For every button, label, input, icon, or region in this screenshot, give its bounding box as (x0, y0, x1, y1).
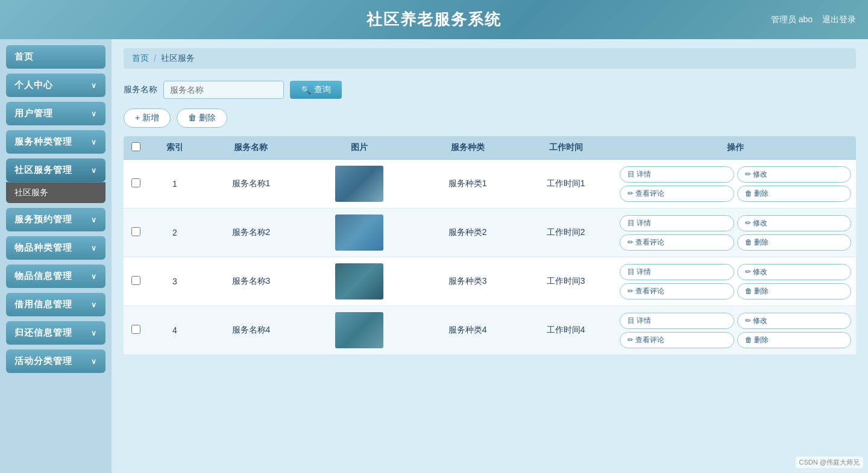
header-user-area: 管理员 abo 退出登录 (771, 14, 856, 25)
detail-button[interactable]: 目 详情 (620, 215, 734, 231)
sidebar-item-booking[interactable]: 服务预约管理 ∨ (6, 208, 105, 231)
review-button[interactable]: ✏ 查看评论 (620, 283, 734, 299)
table-row: 4 服务名称4 服务种类4 工作时间4 目 详情 ✏ 修改 ✏ 查看评论 🗑 删… (124, 306, 856, 355)
username-label: 管理员 abo (771, 14, 813, 25)
sidebar-user-mgmt-button[interactable]: 用户管理 ∨ (6, 102, 105, 125)
sidebar-submenu-community-service[interactable]: 社区服务 (6, 183, 105, 203)
row-index: 1 (148, 160, 202, 208)
service-image (335, 263, 383, 299)
sidebar-item-service-type[interactable]: 服务种类管理 ∨ (6, 130, 105, 154)
row-delete-button[interactable]: 🗑 删除 (737, 332, 851, 348)
chevron-down-icon: ∨ (91, 110, 97, 118)
row-actions: 目 详情 ✏ 修改 ✏ 查看评论 🗑 删除 (620, 313, 851, 348)
row-time: 工作时间1 (517, 160, 615, 208)
sidebar-item-goods-info[interactable]: 物品信息管理 ∨ (6, 265, 105, 288)
sidebar-home-button[interactable]: 首页 (6, 45, 105, 69)
row-index: 3 (148, 257, 202, 306)
chevron-down-icon: ∨ (91, 357, 97, 366)
sidebar-activity-type-button[interactable]: 活动分类管理 ∨ (6, 349, 105, 373)
col-name: 服务名称 (202, 136, 300, 160)
chevron-down-icon: ∨ (91, 216, 97, 224)
row-image-cell (300, 208, 418, 257)
sidebar-item-goods-type[interactable]: 物品种类管理 ∨ (6, 236, 105, 260)
search-button[interactable]: 🔍 查询 (290, 81, 342, 99)
sidebar: 首页 个人中心 ∨ 用户管理 ∨ 服务种类管理 ∨ 社区服务管理 ∨ (0, 39, 112, 473)
row-actions: 目 详情 ✏ 修改 ✏ 查看评论 🗑 删除 (620, 166, 851, 202)
row-checkbox-cell (124, 208, 148, 257)
row-delete-button[interactable]: 🗑 删除 (737, 283, 851, 299)
chevron-down-icon: ∨ (91, 301, 97, 309)
row-actions-cell: 目 详情 ✏ 修改 ✏ 查看评论 🗑 删除 (615, 306, 856, 355)
sidebar-return-info-button[interactable]: 归还信息管理 ∨ (6, 321, 105, 345)
breadcrumb-home[interactable]: 首页 (132, 53, 149, 64)
sidebar-booking-button[interactable]: 服务预约管理 ∨ (6, 208, 105, 231)
row-type: 服务种类4 (418, 306, 517, 355)
service-image (335, 166, 383, 202)
search-icon: 🔍 (301, 85, 311, 95)
row-checkbox[interactable] (131, 227, 140, 236)
row-time: 工作时间4 (517, 306, 615, 355)
review-button[interactable]: ✏ 查看评论 (620, 234, 734, 251)
row-name: 服务名称4 (202, 306, 300, 355)
search-label: 服务名称 (124, 84, 157, 95)
search-bar: 服务名称 🔍 查询 (124, 81, 856, 99)
detail-button[interactable]: 目 详情 (620, 166, 734, 183)
chevron-down-icon: ∨ (91, 244, 97, 252)
service-image (335, 312, 383, 348)
detail-button[interactable]: 目 详情 (620, 313, 734, 329)
col-checkbox (124, 136, 148, 160)
breadcrumb-separator: / (154, 54, 156, 63)
row-checkbox[interactable] (131, 276, 140, 285)
select-all-checkbox[interactable] (131, 142, 140, 151)
row-actions-cell: 目 详情 ✏ 修改 ✏ 查看评论 🗑 删除 (615, 208, 856, 257)
review-button[interactable]: ✏ 查看评论 (620, 186, 734, 202)
sidebar-goods-type-button[interactable]: 物品种类管理 ∨ (6, 236, 105, 260)
header: 社区养老服务系统 管理员 abo 退出登录 (0, 0, 868, 39)
sidebar-item-profile[interactable]: 个人中心 ∨ (6, 74, 105, 97)
sidebar-borrow-info-button[interactable]: 借用信息管理 ∨ (6, 293, 105, 316)
row-checkbox[interactable] (131, 178, 140, 187)
sidebar-item-community-service[interactable]: 社区服务管理 ∨ 社区服务 (6, 158, 105, 203)
row-actions-cell: 目 详情 ✏ 修改 ✏ 查看评论 🗑 删除 (615, 160, 856, 208)
edit-button[interactable]: ✏ 修改 (737, 264, 851, 280)
search-input[interactable] (163, 81, 284, 99)
row-image-cell (300, 257, 418, 306)
chevron-down-icon: ∨ (91, 272, 97, 281)
action-bar: + 新增 🗑 删除 (124, 108, 856, 128)
chevron-down-icon: ∨ (91, 81, 97, 90)
sidebar-item-activity-type[interactable]: 活动分类管理 ∨ (6, 349, 105, 373)
col-type: 服务种类 (418, 136, 517, 160)
row-delete-button[interactable]: 🗑 删除 (737, 186, 851, 202)
sidebar-item-borrow-info[interactable]: 借用信息管理 ∨ (6, 293, 105, 316)
sidebar-item-return-info[interactable]: 归还信息管理 ∨ (6, 321, 105, 345)
row-checkbox[interactable] (131, 325, 140, 334)
row-actions: 目 详情 ✏ 修改 ✏ 查看评论 🗑 删除 (620, 215, 851, 251)
row-checkbox-cell (124, 257, 148, 306)
edit-button[interactable]: ✏ 修改 (737, 313, 851, 329)
sidebar-service-type-button[interactable]: 服务种类管理 ∨ (6, 130, 105, 154)
row-checkbox-cell (124, 306, 148, 355)
service-image (335, 215, 383, 251)
delete-button[interactable]: 🗑 删除 (177, 108, 227, 128)
sidebar-item-home[interactable]: 首页 (6, 45, 105, 69)
breadcrumb-current: 社区服务 (161, 53, 195, 64)
row-time: 工作时间3 (517, 257, 615, 306)
add-button[interactable]: + 新增 (124, 108, 171, 128)
sidebar-goods-info-button[interactable]: 物品信息管理 ∨ (6, 265, 105, 288)
sidebar-item-user-mgmt[interactable]: 用户管理 ∨ (6, 102, 105, 125)
sidebar-community-service-button[interactable]: 社区服务管理 ∨ (6, 158, 105, 182)
detail-button[interactable]: 目 详情 (620, 264, 734, 280)
edit-button[interactable]: ✏ 修改 (737, 166, 851, 183)
logout-button[interactable]: 退出登录 (822, 14, 856, 25)
chevron-down-icon: ∨ (91, 166, 97, 175)
table-row: 2 服务名称2 服务种类2 工作时间2 目 详情 ✏ 修改 ✏ 查看评论 🗑 删… (124, 208, 856, 257)
row-actions: 目 详情 ✏ 修改 ✏ 查看评论 🗑 删除 (620, 264, 851, 299)
row-checkbox-cell (124, 160, 148, 208)
review-button[interactable]: ✏ 查看评论 (620, 332, 734, 348)
data-table: 索引 服务名称 图片 服务种类 工作时间 操作 1 服务名称1 服务种类1 工作… (124, 136, 856, 355)
watermark: CSDN @伟庭大师兄 (796, 457, 863, 468)
sidebar-profile-button[interactable]: 个人中心 ∨ (6, 74, 105, 97)
row-delete-button[interactable]: 🗑 删除 (737, 234, 851, 251)
edit-button[interactable]: ✏ 修改 (737, 215, 851, 231)
breadcrumb: 首页 / 社区服务 (124, 48, 856, 69)
